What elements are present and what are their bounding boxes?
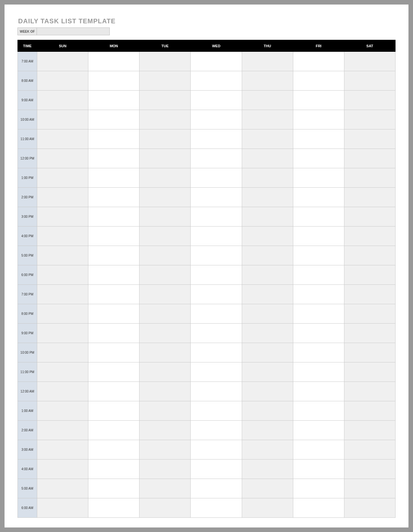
task-cell[interactable] [344,382,395,401]
task-cell[interactable] [88,110,140,129]
task-cell[interactable] [37,401,88,421]
task-cell[interactable] [242,440,293,460]
task-cell[interactable] [293,168,344,188]
task-cell[interactable] [344,498,395,518]
task-cell[interactable] [88,168,140,188]
task-cell[interactable] [140,168,191,188]
task-cell[interactable] [242,304,293,324]
task-cell[interactable] [140,149,191,168]
task-cell[interactable] [88,227,140,246]
task-cell[interactable] [242,460,293,479]
task-cell[interactable] [140,343,191,362]
task-cell[interactable] [88,91,140,110]
task-cell[interactable] [293,382,344,401]
task-cell[interactable] [140,304,191,324]
task-cell[interactable] [242,52,293,71]
task-cell[interactable] [191,382,242,401]
task-cell[interactable] [293,460,344,479]
task-cell[interactable] [88,401,140,421]
task-cell[interactable] [88,207,140,227]
task-cell[interactable] [140,401,191,421]
task-cell[interactable] [37,362,88,382]
task-cell[interactable] [293,71,344,91]
task-cell[interactable] [140,91,191,110]
task-cell[interactable] [37,207,88,227]
task-cell[interactable] [88,265,140,285]
task-cell[interactable] [88,460,140,479]
task-cell[interactable] [140,421,191,440]
task-cell[interactable] [88,71,140,91]
task-cell[interactable] [344,110,395,129]
task-cell[interactable] [88,52,140,71]
task-cell[interactable] [242,227,293,246]
task-cell[interactable] [37,149,88,168]
task-cell[interactable] [191,324,242,343]
task-cell[interactable] [293,362,344,382]
task-cell[interactable] [191,149,242,168]
task-cell[interactable] [344,324,395,343]
task-cell[interactable] [191,304,242,324]
task-cell[interactable] [140,188,191,207]
task-cell[interactable] [242,246,293,265]
task-cell[interactable] [344,285,395,304]
task-cell[interactable] [293,227,344,246]
task-cell[interactable] [191,343,242,362]
task-cell[interactable] [344,207,395,227]
task-cell[interactable] [37,440,88,460]
task-cell[interactable] [344,149,395,168]
task-cell[interactable] [344,440,395,460]
task-cell[interactable] [191,265,242,285]
task-cell[interactable] [88,479,140,498]
task-cell[interactable] [88,129,140,149]
task-cell[interactable] [242,401,293,421]
task-cell[interactable] [191,129,242,149]
task-cell[interactable] [344,401,395,421]
task-cell[interactable] [191,498,242,518]
task-cell[interactable] [191,285,242,304]
task-cell[interactable] [37,343,88,362]
task-cell[interactable] [37,285,88,304]
task-cell[interactable] [37,324,88,343]
task-cell[interactable] [191,421,242,440]
task-cell[interactable] [140,382,191,401]
task-cell[interactable] [37,71,88,91]
task-cell[interactable] [191,188,242,207]
task-cell[interactable] [37,460,88,479]
task-cell[interactable] [293,129,344,149]
task-cell[interactable] [344,129,395,149]
task-cell[interactable] [191,207,242,227]
task-cell[interactable] [37,129,88,149]
task-cell[interactable] [242,362,293,382]
task-cell[interactable] [37,168,88,188]
task-cell[interactable] [88,304,140,324]
task-cell[interactable] [344,479,395,498]
task-cell[interactable] [191,110,242,129]
task-cell[interactable] [344,71,395,91]
task-cell[interactable] [88,421,140,440]
task-cell[interactable] [88,246,140,265]
task-cell[interactable] [88,285,140,304]
task-cell[interactable] [344,188,395,207]
task-cell[interactable] [242,285,293,304]
task-cell[interactable] [242,71,293,91]
task-cell[interactable] [344,343,395,362]
task-cell[interactable] [140,265,191,285]
task-cell[interactable] [191,401,242,421]
task-cell[interactable] [344,460,395,479]
task-cell[interactable] [191,52,242,71]
task-cell[interactable] [191,479,242,498]
task-cell[interactable] [293,401,344,421]
task-cell[interactable] [242,188,293,207]
task-cell[interactable] [242,324,293,343]
task-cell[interactable] [37,498,88,518]
task-cell[interactable] [140,71,191,91]
task-cell[interactable] [37,52,88,71]
task-cell[interactable] [344,227,395,246]
task-cell[interactable] [242,382,293,401]
task-cell[interactable] [140,362,191,382]
task-cell[interactable] [140,479,191,498]
task-cell[interactable] [242,110,293,129]
task-cell[interactable] [293,304,344,324]
task-cell[interactable] [37,91,88,110]
task-cell[interactable] [242,129,293,149]
